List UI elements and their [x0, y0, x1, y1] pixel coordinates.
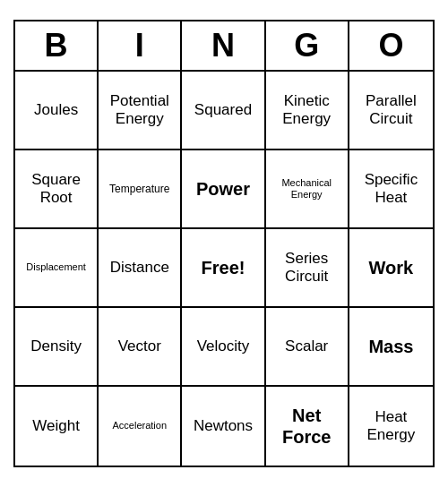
bingo-cell: Mass: [349, 308, 433, 387]
bingo-grid: JoulesPotential EnergySquaredKinetic Ene…: [15, 72, 433, 466]
bingo-cell: Velocity: [182, 308, 265, 387]
header-letter: G: [266, 21, 349, 70]
bingo-cell: Parallel Circuit: [349, 72, 433, 150]
bingo-cell: Density: [15, 308, 99, 387]
bingo-cell: Power: [182, 150, 265, 229]
bingo-cell: Weight: [15, 387, 99, 466]
bingo-header: BINGO: [15, 21, 433, 72]
bingo-card: BINGO JoulesPotential EnergySquaredKinet…: [13, 20, 435, 467]
cell-text: Squared: [194, 101, 252, 119]
header-letter: N: [182, 21, 265, 70]
bingo-cell: Acceleration: [99, 387, 182, 466]
cell-text: Newtons: [194, 417, 253, 435]
bingo-cell: Joules: [15, 72, 99, 150]
cell-text: Work: [369, 257, 414, 278]
cell-text: Weight: [32, 417, 80, 435]
bingo-cell: Squared: [182, 72, 265, 150]
cell-text: Power: [196, 178, 250, 200]
bingo-cell: Net Force: [266, 387, 349, 466]
cell-text: Potential Energy: [102, 92, 177, 129]
cell-text: Joules: [34, 101, 78, 119]
cell-text: Kinetic Energy: [270, 92, 344, 129]
bingo-cell: Square Root: [15, 150, 99, 229]
cell-text: Mechanical Energy: [270, 177, 344, 201]
bingo-cell: Specific Heat: [349, 150, 433, 229]
cell-text: Density: [30, 337, 82, 355]
bingo-cell: Kinetic Energy: [266, 72, 349, 150]
cell-text: Velocity: [197, 337, 250, 355]
bingo-cell: Heat Energy: [349, 387, 433, 466]
bingo-cell: Newtons: [182, 387, 265, 466]
header-letter: I: [99, 21, 182, 70]
cell-text: Displacement: [26, 261, 86, 273]
cell-text: Acceleration: [113, 420, 168, 431]
bingo-cell: Series Circuit: [266, 229, 349, 308]
header-letter: B: [15, 21, 99, 70]
bingo-cell: Mechanical Energy: [266, 150, 349, 229]
cell-text: Scalar: [285, 337, 328, 355]
cell-text: Net Force: [270, 405, 344, 448]
bingo-cell: Potential Energy: [99, 72, 182, 150]
bingo-cell: Displacement: [15, 229, 99, 308]
cell-text: Free!: [202, 257, 246, 278]
bingo-cell: Temperature: [99, 150, 182, 229]
cell-text: Distance: [110, 259, 169, 277]
cell-text: Mass: [368, 336, 413, 357]
bingo-cell: Scalar: [266, 308, 349, 387]
cell-text: Temperature: [109, 183, 169, 195]
cell-text: Square Root: [19, 171, 93, 208]
cell-text: Parallel Circuit: [353, 92, 429, 129]
cell-text: Specific Heat: [353, 171, 429, 208]
header-letter: O: [349, 21, 433, 70]
bingo-cell: Vector: [99, 308, 182, 387]
bingo-cell: Work: [349, 229, 433, 308]
cell-text: Series Circuit: [270, 250, 344, 286]
cell-text: Heat Energy: [353, 408, 429, 445]
bingo-cell: Distance: [99, 229, 182, 308]
bingo-cell: Free!: [182, 229, 265, 308]
cell-text: Vector: [118, 337, 161, 355]
